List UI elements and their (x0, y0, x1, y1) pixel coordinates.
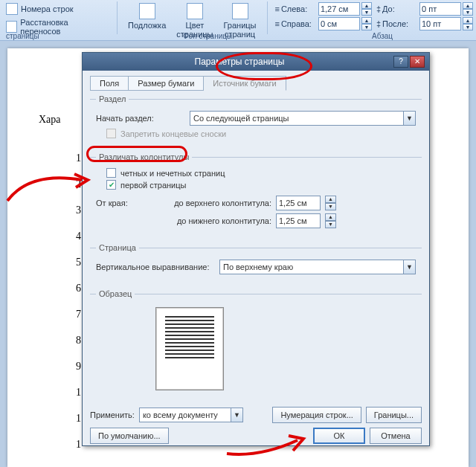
spacing-icon: ‡ (376, 19, 381, 28)
header-distance-input[interactable]: 1,25 см (276, 196, 321, 210)
section-start-label: Начать раздел: (96, 114, 185, 123)
watermark-label: Подложка (128, 21, 166, 30)
dialog-tabs: Поля Размер бумаги Источник бумаги (90, 75, 422, 90)
valign-label: Вертикальное выравнивание: (96, 263, 215, 271)
line-numbers-icon (6, 3, 18, 15)
from-edge-label: От края: (96, 199, 163, 207)
indent-icon: ≡ (274, 4, 279, 13)
doc-line-num: 9 (76, 361, 81, 373)
close-button[interactable]: ✕ (410, 56, 425, 68)
apply-to-value: ко всему документу (143, 410, 218, 419)
footer-distance-spinner[interactable]: ▲▼ (325, 213, 336, 228)
doc-line-num: 5 (76, 257, 81, 268)
doc-text: Хара (39, 114, 61, 126)
apply-to-combo[interactable]: ко всему документу ▼ (139, 408, 243, 422)
first-page-checkbox[interactable]: ✔ (106, 180, 116, 190)
odd-even-label: четных и нечетных страниц (120, 169, 225, 178)
dialog-titlebar[interactable]: Параметры страницы ? ✕ (83, 53, 429, 71)
doc-line-num: 4 (76, 231, 81, 242)
ok-button[interactable]: ОК (313, 428, 365, 444)
footer-distance-input[interactable]: 1,25 см (276, 213, 321, 228)
doc-line-num: 7 (76, 309, 81, 321)
tab-margins[interactable]: Поля (90, 76, 129, 91)
indent-right-input[interactable]: 0 см (318, 17, 360, 30)
headers-footers-group: Различать колонтитулы четных и нечетных … (90, 152, 422, 237)
doc-line-num: 8 (76, 335, 81, 347)
ribbon: Номера строк Расстановка переносов Подло… (0, 0, 476, 41)
spacing-after-input[interactable]: 10 пт (419, 17, 461, 30)
doc-line-num: 6 (76, 283, 81, 294)
spacing-before-input[interactable]: 0 пт (419, 2, 461, 16)
chevron-down-icon: ▼ (231, 408, 242, 422)
line-numbers-label: Номера строк (21, 4, 74, 13)
indent-right-label: Справа: (281, 19, 317, 28)
headers-footers-legend: Различать колонтитулы (96, 152, 192, 161)
apply-to-label: Применить: (90, 410, 135, 419)
header-distance-spinner[interactable]: ▲▼ (325, 196, 336, 210)
page-borders-icon (232, 3, 248, 19)
line-numbers-button[interactable]: Нумерация строк... (272, 407, 361, 423)
line-numbers-button[interactable]: Номера строк (3, 1, 109, 16)
watermark-icon (139, 3, 155, 19)
indent-left-input[interactable]: 1,27 см (318, 2, 360, 16)
dialog-title: Параметры страницы (87, 57, 392, 67)
page-group: Страница Вертикальное выравнивание: По в… (90, 243, 422, 283)
default-button[interactable]: По умолчанию... (90, 428, 169, 444)
preview-group: Образец (90, 289, 422, 401)
section-legend: Раздел (96, 94, 129, 103)
hyphenation-icon (6, 21, 17, 33)
chevron-down-icon: ▼ (403, 260, 415, 274)
page-preview (155, 307, 224, 390)
help-button[interactable]: ? (393, 56, 408, 68)
doc-line-num: 3 (76, 204, 81, 216)
page-legend: Страница (96, 243, 139, 252)
group-page-setup-label: страницы (6, 32, 39, 40)
doc-line-num: 1 (76, 413, 81, 425)
doc-line-num: 1 (76, 387, 81, 399)
indent-icon: ≡ (274, 19, 279, 28)
ribbon-separator (117, 1, 118, 34)
section-group: Раздел Начать раздел: Со следующей стран… (90, 94, 422, 146)
page-setup-dialog: Параметры страницы ? ✕ Поля Размер бумаг… (82, 52, 430, 446)
valign-value: По верхнему краю (223, 263, 293, 271)
spacing-icon: ‡ (376, 4, 381, 13)
tab-layout[interactable]: Источник бумаги (204, 76, 286, 91)
indent-left-spinner[interactable]: ▲▼ (361, 2, 372, 16)
indent-left-label: Слева: (281, 4, 317, 13)
valign-combo[interactable]: По верхнему краю ▼ (219, 260, 416, 274)
spacing-after-label: После: (382, 19, 418, 28)
spacing-after-spinner[interactable]: ▲▼ (463, 17, 473, 30)
doc-line-num: 1 (76, 439, 81, 451)
tab-paper[interactable]: Размер бумаги (129, 76, 204, 91)
indent-right-spinner[interactable]: ▲▼ (361, 17, 372, 30)
section-start-combo[interactable]: Со следующей страницы ▼ (190, 111, 416, 126)
ribbon-separator (267, 1, 268, 34)
watermark-button[interactable]: Подложка (125, 1, 169, 31)
odd-even-checkbox[interactable] (106, 168, 116, 178)
doc-line-num: 1 (76, 152, 81, 164)
suppress-endnotes-checkbox (106, 129, 116, 138)
cancel-button[interactable]: Отмена (370, 428, 422, 444)
suppress-endnotes-label: Запретить концевые сноски (120, 129, 226, 138)
spacing-before-spinner[interactable]: ▲▼ (463, 2, 473, 16)
preview-legend: Образец (96, 289, 135, 298)
first-page-label: первой страницы (120, 181, 186, 190)
doc-line-num: 2 (76, 178, 81, 190)
group-paragraph-label: Абзац (372, 32, 393, 40)
chevron-down-icon: ▼ (403, 112, 415, 125)
group-page-background-label: Фон страницы (183, 32, 232, 40)
footer-distance-label: до нижнего колонтитула: (167, 216, 271, 225)
section-start-value: Со следующей страницы (193, 114, 289, 123)
borders-button[interactable]: Границы... (366, 407, 422, 423)
header-distance-label: до верхнего колонтитула: (167, 199, 271, 207)
spacing-before-label: До: (382, 4, 418, 13)
page-color-icon (187, 3, 203, 19)
